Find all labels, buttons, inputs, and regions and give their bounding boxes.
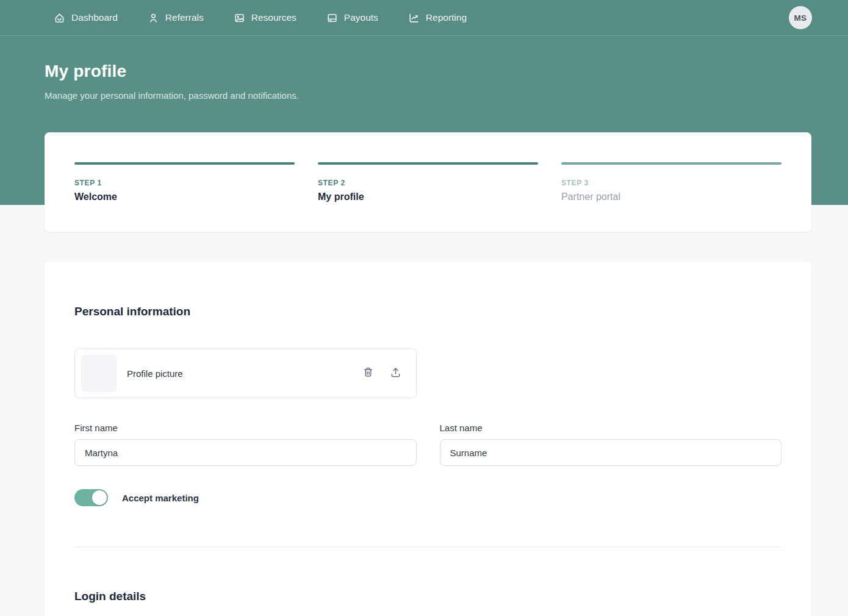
- profile-picture-uploader: Profile picture: [74, 348, 417, 398]
- nav-item-label: Reporting: [426, 12, 467, 23]
- nav-items: Dashboard Referrals: [54, 12, 467, 24]
- nav-item-dashboard[interactable]: Dashboard: [54, 12, 118, 24]
- last-name-input[interactable]: [440, 439, 782, 466]
- profile-picture-preview: [81, 355, 117, 392]
- accept-marketing-label: Accept marketing: [122, 493, 199, 503]
- home-icon: [54, 12, 65, 24]
- first-name-field-group: First name: [74, 423, 417, 466]
- image-icon: [234, 12, 245, 24]
- profile-picture-label: Profile picture: [127, 368, 183, 379]
- name-fields-row: First name Last name: [74, 423, 782, 466]
- toggle-knob: [92, 490, 107, 505]
- trash-icon: [362, 366, 375, 381]
- nav-item-referrals[interactable]: Referrals: [148, 12, 204, 24]
- step-title: Partner portal: [561, 192, 782, 202]
- chart-icon: [408, 12, 420, 24]
- upload-icon: [389, 366, 402, 381]
- avatar-initials: MS: [794, 13, 807, 23]
- user-icon: [148, 12, 159, 24]
- accept-marketing-row: Accept marketing: [74, 489, 782, 506]
- nav-item-label: Payouts: [344, 12, 378, 23]
- profile-form-card: Personal information Profile picture: [45, 262, 811, 616]
- nav-item-label: Referrals: [165, 12, 204, 23]
- nav-item-payouts[interactable]: Payouts: [326, 12, 378, 24]
- step-2-my-profile[interactable]: STEP 2 My profile: [318, 162, 538, 232]
- step-label: STEP 1: [74, 179, 295, 187]
- step-title: My profile: [318, 192, 538, 202]
- step-label: STEP 3: [561, 179, 782, 187]
- delete-picture-button[interactable]: [362, 366, 375, 381]
- step-3-partner-portal[interactable]: STEP 3 Partner portal: [561, 162, 782, 232]
- step-progress-bar: [74, 162, 295, 165]
- nav-item-label: Resources: [251, 12, 296, 23]
- profile-picture-actions: [362, 366, 402, 381]
- first-name-input[interactable]: [74, 439, 417, 466]
- upload-picture-button[interactable]: [389, 366, 402, 381]
- step-progress-bar: [318, 162, 538, 165]
- card-icon: [326, 12, 338, 24]
- page-title: My profile: [45, 62, 126, 81]
- step-title: Welcome: [74, 192, 295, 202]
- user-avatar[interactable]: MS: [789, 6, 812, 29]
- onboarding-stepper: STEP 1 Welcome STEP 2 My profile STEP 3 …: [45, 132, 811, 232]
- step-1-welcome[interactable]: STEP 1 Welcome: [74, 162, 295, 232]
- page: Dashboard Referrals: [0, 0, 848, 616]
- page-subtitle: Manage your personal information, passwo…: [45, 90, 299, 101]
- section-divider: [74, 546, 782, 547]
- last-name-field-group: Last name: [440, 423, 782, 466]
- nav-item-reporting[interactable]: Reporting: [408, 12, 467, 24]
- personal-information-heading: Personal information: [74, 305, 782, 318]
- step-progress-bar: [561, 162, 782, 165]
- accept-marketing-toggle[interactable]: [74, 489, 108, 506]
- top-navbar: Dashboard Referrals: [0, 0, 848, 36]
- nav-item-resources[interactable]: Resources: [234, 12, 296, 24]
- last-name-label: Last name: [440, 423, 782, 433]
- nav-item-label: Dashboard: [71, 12, 118, 23]
- step-label: STEP 2: [318, 179, 538, 187]
- first-name-label: First name: [74, 423, 417, 433]
- login-details-heading: Login details: [74, 590, 782, 603]
